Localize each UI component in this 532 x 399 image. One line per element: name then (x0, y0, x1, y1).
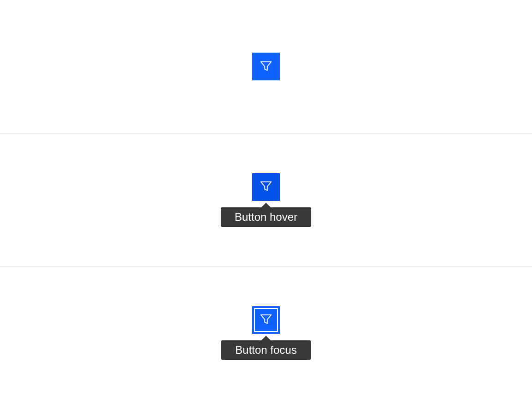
button-wrapper: Button hover (221, 173, 311, 227)
filter-button[interactable] (252, 53, 280, 80)
state-row-focus: Button focus (0, 266, 532, 399)
tooltip-label: Button hover (235, 211, 297, 223)
tooltip: Button focus (221, 340, 310, 360)
filter-button[interactable] (252, 173, 280, 201)
button-wrapper: Button focus (221, 306, 310, 360)
filter-icon (259, 312, 273, 327)
state-row-hover: Button hover (0, 133, 532, 266)
state-row-default (0, 0, 532, 133)
filter-icon (259, 59, 273, 74)
tooltip: Button hover (221, 207, 311, 227)
tooltip-label: Button focus (235, 344, 296, 356)
filter-button[interactable] (252, 306, 280, 334)
button-wrapper (252, 53, 280, 80)
filter-icon (259, 179, 273, 194)
